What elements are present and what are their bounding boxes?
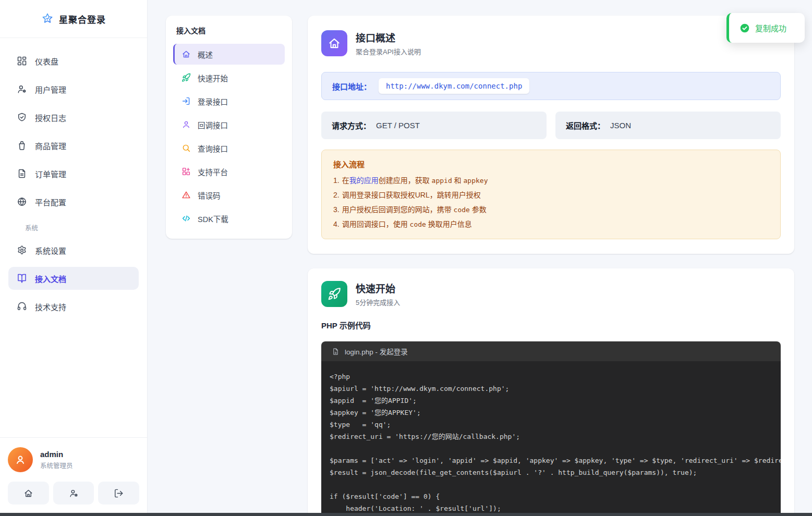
page-title: 接口概述 [356, 30, 421, 44]
code-line: $appkey = '您的APPKEY'; [330, 407, 772, 419]
sidebar-item-label: 接入文档 [35, 273, 66, 284]
docs-nav-label: 查询接口 [198, 143, 228, 154]
check-circle-icon [740, 23, 750, 33]
headset-icon [17, 301, 27, 312]
code-body[interactable]: <?php $apiurl = 'http://www.dkym.com/con… [321, 361, 781, 516]
logout-button[interactable] [98, 482, 139, 505]
star-logo-icon [41, 13, 54, 25]
profile-button[interactable] [53, 482, 94, 505]
quickstart-card-icon [321, 281, 347, 307]
sidebar-item-system-settings[interactable]: 系统设置 [8, 239, 139, 262]
file-text-icon [17, 168, 27, 179]
api-address-box: 接口地址： http://www.dkym.com/connect.php [321, 72, 781, 100]
docs-nav-label: SDK下载 [198, 213, 228, 224]
docs-nav-item-login-api[interactable]: 登录接口 [173, 91, 285, 112]
user-role: 系统管理员 [40, 460, 73, 470]
step-number: 2. [333, 191, 340, 199]
section-title: 快速开始 [356, 281, 400, 295]
sidebar: 星聚合登录 仪表盘 用户管理 授权日志 商品管理 订单管理 平台配置 系统 [0, 0, 148, 516]
quickstart-card: 快速开始 5分钟完成接入 PHP 示例代码 login.php - 发起登录 <… [308, 268, 794, 516]
shopping-bag-icon [17, 140, 27, 151]
docs-nav-label: 概述 [198, 49, 213, 60]
app-title: 星聚合登录 [59, 13, 106, 26]
sidebar-item-label: 仪表盘 [35, 56, 58, 67]
docs-nav-item-overview[interactable]: 概述 [173, 44, 285, 65]
sidebar-item-support[interactable]: 技术支持 [8, 295, 139, 318]
sidebar-menu: 仪表盘 用户管理 授权日志 商品管理 订单管理 平台配置 系统 系统设置 [0, 38, 147, 318]
code-header: login.php - 发起登录 [321, 341, 781, 361]
code-filename: login.php - 发起登录 [345, 346, 408, 357]
docs-nav-item-quickstart[interactable]: 快速开始 [173, 67, 285, 88]
copy-success-toast: 复制成功 [726, 13, 805, 43]
rocket-icon [328, 287, 341, 301]
request-method-value: GET / POST [376, 121, 420, 130]
my-apps-link[interactable]: 我的应用 [349, 176, 379, 185]
docs-nav-label: 登录接口 [198, 96, 228, 107]
response-format-box: 返回格式： JSON [555, 112, 781, 139]
sidebar-item-platform-config[interactable]: 平台配置 [8, 190, 139, 213]
user-cog-icon [69, 488, 79, 498]
docs-nav-item-callback-api[interactable]: 回调接口 [173, 114, 285, 135]
book-open-icon [17, 273, 27, 284]
code-line: $redirect_uri = 'https://您的网站/callback.p… [330, 431, 772, 443]
code-line [330, 443, 772, 454]
home-icon [181, 50, 191, 59]
step-text: 在 [342, 176, 349, 185]
docs-nav-item-error-codes[interactable]: 错误码 [173, 185, 285, 205]
step-text: 和 [452, 176, 464, 185]
home-button[interactable] [8, 482, 49, 505]
step-number: 4. [333, 220, 340, 228]
sidebar-item-label: 用户管理 [35, 84, 66, 95]
sidebar-item-docs[interactable]: 接入文档 [8, 267, 139, 290]
dashboard-icon [17, 56, 27, 66]
code-icon [181, 214, 191, 223]
sidebar-item-users[interactable]: 用户管理 [8, 78, 139, 101]
sidebar-item-label: 技术支持 [35, 301, 66, 312]
code-line: $type = 'qq'; [330, 419, 772, 431]
flow-step-3: 3.用户授权后回调到您的网站，携带 code 参数 [333, 205, 769, 215]
flow-step-1: 1.在我的应用创建应用，获取 appid 和 appkey [333, 176, 769, 186]
alert-triangle-icon [181, 190, 191, 200]
toast-message: 复制成功 [755, 22, 786, 33]
code-token: appid [432, 177, 452, 185]
sidebar-item-label: 授权日志 [35, 112, 66, 123]
step-text: 参数 [470, 205, 487, 214]
docs-nav-item-platforms[interactable]: 支持平台 [173, 161, 285, 182]
login-icon [181, 96, 191, 106]
request-method-box: 请求方式： GET / POST [321, 112, 547, 139]
api-url-chip[interactable]: http://www.dkym.com/connect.php [379, 78, 529, 94]
method-format-row: 请求方式： GET / POST 返回格式： JSON [321, 112, 781, 139]
user-icon [14, 453, 27, 466]
sidebar-item-products[interactable]: 商品管理 [8, 134, 139, 157]
flow-step-4: 4.调用回调接口，使用 code 换取用户信息 [333, 219, 769, 229]
quick-buttons [8, 482, 139, 505]
home-icon [23, 488, 33, 498]
page-subtitle: 聚合登录API接入说明 [356, 46, 421, 56]
docs-nav-item-sdk-download[interactable]: SDK下载 [173, 208, 285, 229]
sidebar-item-dashboard[interactable]: 仪表盘 [8, 50, 139, 72]
logout-icon [114, 488, 124, 498]
user-name: admin [40, 450, 73, 459]
home-icon [328, 36, 341, 50]
code-line: <?php [330, 371, 772, 383]
docs-nav-label: 支持平台 [198, 166, 228, 177]
sidebar-item-auth-logs[interactable]: 授权日志 [8, 106, 139, 129]
sidebar-item-label: 系统设置 [35, 245, 66, 256]
grid-plus-icon [181, 167, 191, 176]
code-line: $params = ['act' => 'login', 'appid' => … [330, 454, 772, 466]
quickstart-titles: 快速开始 5分钟完成接入 [356, 281, 400, 307]
app-logo: 星聚合登录 [0, 0, 147, 38]
code-block: login.php - 发起登录 <?php $apiurl = 'http:/… [321, 341, 781, 516]
sidebar-item-label: 平台配置 [35, 196, 66, 207]
user-row: admin 系统管理员 [8, 447, 139, 472]
user-icon [181, 120, 191, 129]
bottom-edge-strip [0, 513, 812, 516]
docs-nav-item-query-api[interactable]: 查询接口 [173, 138, 285, 158]
response-format-label: 返回格式： [566, 120, 605, 131]
docs-nav: 接入文档 概述 快速开始 登录接口 回调接口 查询接口 支持平台 错误码 SDK… [166, 16, 292, 239]
request-method-label: 请求方式： [332, 120, 371, 131]
globe-icon [17, 196, 27, 207]
sidebar-item-orders[interactable]: 订单管理 [8, 162, 139, 185]
api-address-label: 接口地址： [332, 81, 371, 92]
step-number: 3. [333, 205, 340, 214]
